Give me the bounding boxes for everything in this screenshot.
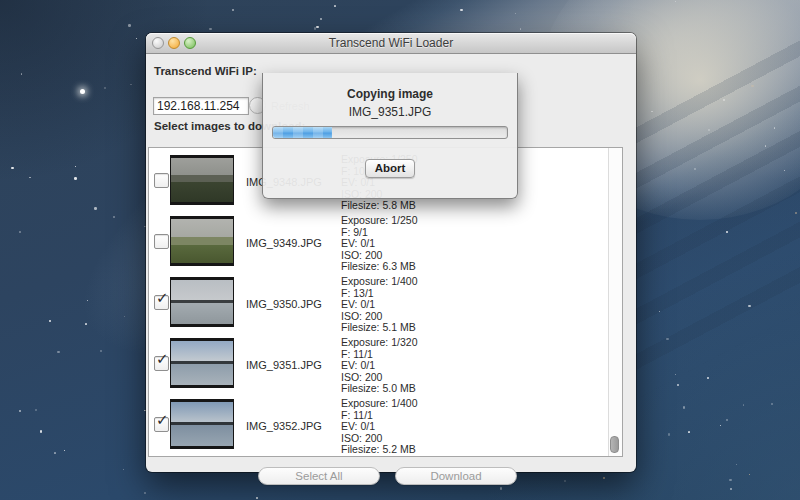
star [334,5,336,7]
star [35,409,37,411]
star [316,26,319,29]
star [29,177,30,178]
copy-progress-bar [272,126,508,139]
exif-line: Exposure: 1/400 [341,276,417,288]
ip-label: Transcend WiFi IP: [154,65,257,77]
checkmark-icon: ✓ [156,350,169,368]
star [726,419,728,421]
star [49,320,51,322]
row-filename: IMG_9352.JPG [246,420,322,432]
star [784,170,785,171]
list-item[interactable]: IMG_9349.JPG Exposure: 1/250F: 9/1EV: 0/… [149,212,609,273]
star [668,433,670,435]
window-titlebar[interactable]: Transcend WiFi Loader [146,33,636,54]
star [564,480,566,482]
star [113,216,115,218]
thumbnail [170,399,234,449]
star [54,452,56,454]
checkmark-icon: ✓ [156,411,169,429]
star [688,431,690,433]
star [729,479,731,481]
row-checkbox[interactable] [154,234,169,249]
exif-line: Filesize: 5.8 MB [341,200,417,212]
checkmark-icon: ✓ [156,289,169,307]
scrollbar-track[interactable] [608,148,622,456]
download-button[interactable]: Download [395,467,517,485]
sheet-title: Copying image [263,87,517,101]
star [743,404,744,405]
star [751,85,753,87]
exif-line: Filesize: 5.0 MB [341,383,417,395]
row-exif: Exposure: 1/400F: 11/1EV: 0/1ISO: 200Fil… [341,398,417,456]
thumbnail [170,277,234,327]
row-filename: IMG_9350.JPG [246,298,322,310]
sheet-filename: IMG_9351.JPG [263,105,517,119]
minimize-button[interactable] [168,37,180,49]
star [460,9,462,11]
exif-line: Filesize: 6.3 MB [341,261,417,273]
zoom-button[interactable] [184,37,196,49]
star [11,167,13,169]
row-exif: Exposure: 1/250F: 9/1EV: 0/1ISO: 200File… [341,215,417,273]
window-content: Transcend WiFi IP: Refresh Select images… [146,53,636,472]
exif-line: Filesize: 5.2 MB [341,444,417,456]
row-exif: Exposure: 1/320F: 11/1EV: 0/1ISO: 200Fil… [341,337,417,395]
star [736,464,737,465]
row-checkbox[interactable]: ✓ [154,417,169,432]
thumbnail [170,155,234,205]
star [726,231,728,233]
progress-fill [273,127,332,138]
abort-button[interactable]: Abort [365,159,415,178]
app-window: Transcend WiFi Loader Transcend WiFi IP:… [146,33,636,472]
star [677,384,679,386]
star [749,474,750,475]
list-item[interactable]: ✓ IMG_9352.JPG Exposure: 1/400F: 11/1EV:… [149,395,609,456]
star [603,477,605,479]
row-filename: IMG_9349.JPG [246,237,322,249]
star [320,18,322,20]
star [520,28,522,30]
close-button[interactable] [152,37,164,49]
row-checkbox[interactable]: ✓ [154,295,169,310]
exif-line: Exposure: 1/320 [341,337,417,349]
star [128,24,130,26]
star [94,207,96,209]
copy-progress-sheet: Copying image IMG_9351.JPG Abort [262,73,518,199]
star [74,177,77,180]
select-all-button[interactable]: Select All [258,467,380,485]
star [707,377,709,379]
star [720,425,721,426]
star [708,129,710,131]
row-exif: Exposure: 1/400F: 13/1EV: 0/1ISO: 200Fil… [341,276,417,334]
exif-line: Exposure: 1/250 [341,215,417,227]
star [730,488,732,490]
traffic-lights [152,37,196,49]
exif-line: Filesize: 5.1 MB [341,322,417,334]
ip-input[interactable] [153,97,249,115]
star [500,487,502,489]
scrollbar-thumb[interactable] [610,436,619,453]
star [774,127,775,128]
star [651,111,652,112]
row-checkbox[interactable]: ✓ [154,356,169,371]
row-checkbox[interactable] [154,173,169,188]
star [21,73,22,74]
star [683,406,685,408]
thumbnail [170,338,234,388]
thumbnail [170,216,234,266]
list-item[interactable]: ✓ IMG_9350.JPG Exposure: 1/400F: 13/1EV:… [149,273,609,334]
star [771,403,773,405]
window-title: Transcend WiFi Loader [146,33,636,53]
list-item[interactable]: ✓ IMG_9351.JPG Exposure: 1/320F: 11/1EV:… [149,334,609,395]
exif-line: Exposure: 1/400 [341,398,417,410]
bright-star [80,89,85,94]
row-filename: IMG_9351.JPG [246,359,322,371]
